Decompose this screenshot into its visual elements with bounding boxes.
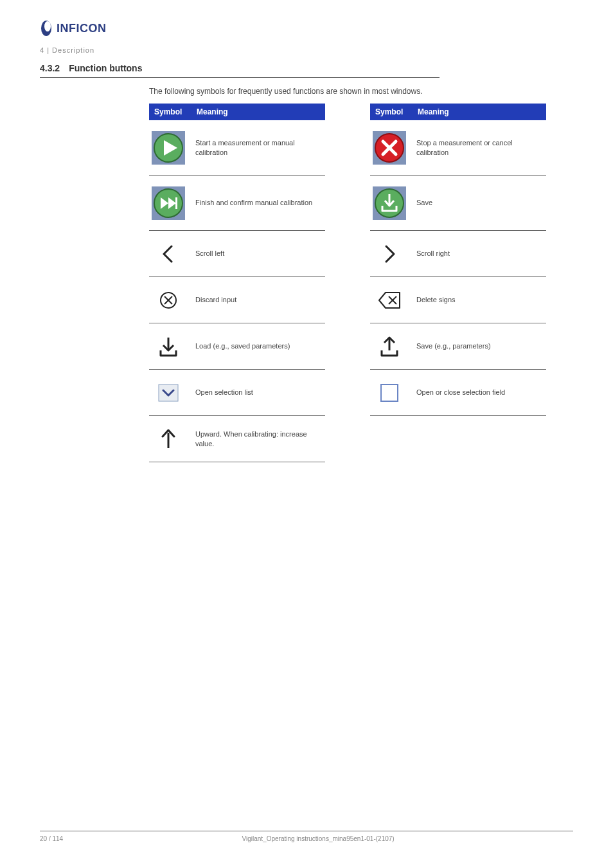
meaning-text: Scroll left [194, 245, 325, 262]
table-row: Scroll left [149, 231, 325, 277]
meaning-text: Save (e.g., parameters) [415, 338, 546, 355]
svg-marker-23 [379, 293, 400, 308]
meaning-text: Open selection list [194, 384, 325, 401]
meaning-text: Load (e.g., saved parameters) [194, 338, 325, 355]
table-row: Open selection list [149, 370, 325, 416]
upload-icon [373, 330, 406, 363]
table-row: Upward. When calibrating: increase value… [149, 416, 325, 462]
svg-point-1 [44, 21, 51, 32]
table-header: Symbol Meaning [370, 104, 546, 120]
table-row: Stop a measurement or cancel calibration [370, 120, 546, 176]
col-symbol-header: Symbol [370, 107, 415, 116]
table-row: Finish and confirm manual calibration [149, 176, 325, 231]
logo-icon [40, 19, 53, 37]
brand-header: INFICON [40, 19, 573, 37]
table-row: Save [370, 176, 546, 231]
brand-name: INFICON [57, 22, 107, 35]
section-divider [40, 77, 440, 78]
meaning-text: Discard input [194, 291, 325, 309]
chevron-right-icon [373, 237, 406, 271]
page-number: 20 / 114 [40, 835, 63, 842]
table-row: Save (e.g., parameters) [370, 323, 546, 370]
footer-divider [40, 831, 573, 831]
meaning-text: Scroll right [415, 245, 546, 262]
intro-text: The following symbols for frequently use… [149, 87, 573, 96]
col-meaning-header: Meaning [415, 107, 546, 116]
svg-rect-27 [381, 384, 398, 401]
arrow-up-icon [152, 422, 185, 456]
meaning-text: Delete signs [415, 291, 546, 309]
symbol-table-right: Symbol Meaning Stop a measurement or can… [370, 104, 546, 462]
save-icon [373, 186, 406, 220]
table-row: Start a measurement or manual calibratio… [149, 120, 325, 176]
meaning-text: Stop a measurement or cancel calibration [415, 134, 546, 161]
meaning-text: Upward. When calibrating: increase value… [194, 426, 325, 453]
chevron-left-icon [152, 237, 185, 271]
chevron-down-icon [152, 376, 185, 410]
section-number: 4.3.2 [40, 63, 60, 73]
section-title: 4.3.2 Function buttons [40, 63, 573, 73]
table-row: Delete signs [370, 277, 546, 323]
meaning-text: Finish and confirm manual calibration [194, 194, 325, 212]
circle-x-icon [152, 284, 185, 317]
footer: 20 / 114 Vigilant_Operating instructions… [40, 835, 573, 842]
cancel-icon [373, 131, 406, 165]
section-name: Function buttons [69, 63, 142, 73]
svg-rect-14 [159, 384, 178, 401]
doc-title: Vigilant_Operating instructions_mina95en… [242, 835, 394, 842]
meaning-text: Open or close selection field [415, 384, 546, 401]
fast-forward-icon [152, 186, 185, 220]
backspace-icon [373, 284, 406, 317]
download-icon [152, 330, 185, 363]
table-row: Scroll right [370, 231, 546, 277]
symbol-table-left: Symbol Meaning Start a measurement or ma… [149, 104, 325, 462]
table-row: Open or close selection field [370, 370, 546, 416]
checkbox-icon [373, 376, 406, 410]
table-row: Discard input [149, 277, 325, 323]
table-header: Symbol Meaning [149, 104, 325, 120]
meaning-text: Start a measurement or manual calibratio… [194, 134, 325, 161]
col-meaning-header: Meaning [194, 107, 325, 116]
table-row: Load (e.g., saved parameters) [149, 323, 325, 370]
meaning-text: Save [415, 194, 546, 212]
chapter-label: 4 | Description [40, 46, 573, 54]
play-icon [152, 131, 185, 165]
svg-rect-9 [175, 197, 177, 209]
col-symbol-header: Symbol [149, 107, 194, 116]
